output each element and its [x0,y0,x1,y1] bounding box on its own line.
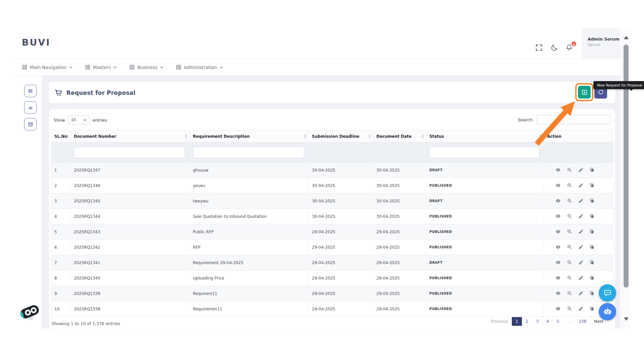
table-row: 10 2025RQ1338 Requiremen11 29-04-2025 29… [51,301,613,317]
view-icon[interactable] [555,306,561,312]
copy-icon[interactable] [589,306,595,312]
page-size-select[interactable]: 10 [68,116,90,124]
copy-icon[interactable] [589,260,595,265]
robot-icon [603,307,612,316]
copy-icon[interactable] [589,183,595,188]
cell-document-date: 29-04-2025 [373,240,426,255]
view-icon[interactable] [555,198,561,204]
review-icon[interactable] [567,214,573,219]
robot-assistant-fab[interactable] [599,303,616,320]
review-icon[interactable] [567,229,573,235]
edit-icon[interactable] [578,306,584,312]
menu-icon [28,88,33,94]
copy-icon[interactable] [589,229,595,235]
cell-requirement-description: Public RFP [190,224,309,240]
review-icon[interactable] [567,244,573,250]
scroll-down-arrow[interactable] [624,317,629,321]
new-request-button[interactable] [578,86,591,99]
view-icon[interactable] [555,291,561,296]
cell-slno: 10 [51,301,71,317]
review-icon[interactable] [567,183,573,188]
column-header-document-number[interactable]: Document Number [71,130,190,142]
grid-icon [176,65,181,70]
sort-icon [368,134,371,138]
brand-logo: BUVI [22,37,50,48]
nav-label: Masters [93,65,111,70]
cell-status: DRAFT [426,193,544,209]
dark-mode-icon[interactable] [551,44,559,53]
user-menu[interactable]: Admin Serum Serum [582,28,621,59]
rail-chart-button[interactable] [24,101,37,114]
review-icon[interactable] [567,306,573,312]
copy-icon[interactable] [589,167,595,173]
edit-icon[interactable] [578,167,584,173]
review-icon[interactable] [567,167,573,173]
view-icon[interactable] [555,167,561,173]
nav-item-administration[interactable]: Administration [176,65,223,70]
rail-menu-button[interactable] [24,85,37,97]
filter-document-number-input[interactable] [74,147,185,158]
pagination-page-138[interactable]: 138 [575,317,590,326]
edit-icon[interactable] [578,275,584,281]
pagination-page-5[interactable]: 5 [552,317,563,326]
review-icon[interactable] [567,291,573,296]
app-header: BUVI 4 Admin Serum Serum [13,28,621,59]
column-header-status[interactable]: Status [426,130,544,142]
cell-status: PUBLISHED [426,224,544,240]
copy-icon[interactable] [589,275,595,281]
pagination-page-4[interactable]: 4 [542,317,553,326]
table-row: 4 2025RQ1344 Sale Quotation to Inbound Q… [51,209,613,224]
column-header-submission-deadline[interactable]: Submission Deadline [309,130,373,142]
edit-icon[interactable] [578,229,584,235]
fullscreen-icon[interactable] [535,44,544,53]
column-header-document-date[interactable]: Document Date [373,130,426,142]
view-icon[interactable] [555,214,561,219]
table-row: 1 2025RQ1347 ghsuuw 30-04-2025 30-04-202… [51,163,613,178]
edit-icon[interactable] [578,183,584,188]
view-icon[interactable] [555,244,561,250]
pagination-page-2[interactable]: 2 [522,317,532,326]
page-size-value: 10 [71,118,76,122]
rail-table-button[interactable] [24,118,37,130]
edit-icon[interactable] [578,260,584,265]
chat-bubble-icon [603,289,612,297]
pagination-page-1[interactable]: 1 [512,317,522,326]
pagination-page-3[interactable]: 3 [532,317,542,326]
review-icon[interactable] [567,198,573,204]
filter-requirement-description-input[interactable] [193,147,304,158]
edit-icon[interactable] [578,291,584,296]
review-icon[interactable] [567,260,573,265]
column-header-requirement-description[interactable]: Requirement Description [190,130,309,142]
copy-icon[interactable] [589,198,595,204]
table-row: 2 2025RQ1346 yeueu 30-04-2025 30-04-2025… [51,178,613,193]
cell-submission-deadline: 29-04-2025 [309,270,373,286]
nav-item-main-navigation[interactable]: Main Navigation [22,65,72,70]
edit-icon[interactable] [578,244,584,250]
review-icon[interactable] [567,275,573,281]
nav-item-masters[interactable]: Masters [85,65,117,70]
view-icon[interactable] [555,275,561,281]
pagination-previous[interactable]: Previous [487,317,512,326]
copy-icon[interactable] [589,214,595,219]
notifications-bell-icon[interactable]: 4 [566,44,574,53]
cell-requirement-description: yeueu [190,178,309,193]
sort-icon [539,134,542,138]
copy-icon[interactable] [589,244,595,250]
search-input[interactable] [537,115,610,124]
user-role: Serum [588,43,621,47]
chat-fab[interactable] [599,284,616,302]
view-icon[interactable] [555,183,561,188]
cell-actions [544,240,613,255]
scroll-up-arrow[interactable] [624,36,629,39]
view-icon[interactable] [555,260,561,265]
edit-icon[interactable] [578,198,584,204]
column-header-slno[interactable]: SL.No [51,130,71,142]
filter-status-input[interactable] [429,147,539,158]
screen: BUVI 4 Admin Serum Serum Main Navi [0,0,644,362]
chevron-down-icon [113,66,117,68]
view-icon[interactable] [555,229,561,235]
edit-icon[interactable] [578,214,584,219]
copy-icon[interactable] [589,291,595,296]
cell-slno: 9 [51,286,71,301]
nav-item-business[interactable]: Business [129,65,163,70]
